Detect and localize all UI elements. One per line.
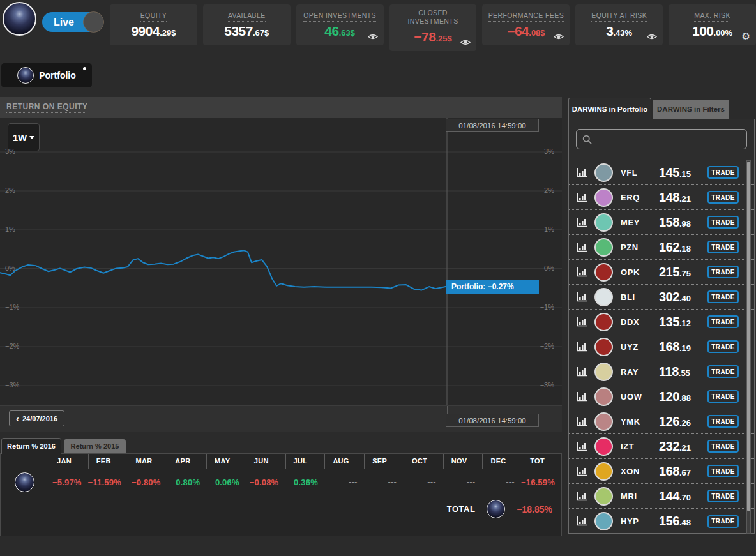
returns-table-header: JAN FEB MAR APR MAY JUN JUL AUG SEP OCT …: [1, 454, 561, 469]
darwin-ticker[interactable]: YMK: [621, 417, 659, 426]
list-scrollbar[interactable]: [746, 160, 751, 534]
darwin-ticker[interactable]: UYZ: [621, 342, 659, 352]
trade-button[interactable]: TRADE: [707, 490, 739, 502]
trade-button[interactable]: TRADE: [707, 166, 739, 179]
darwin-avatar[interactable]: [594, 163, 613, 182]
darwin-ticker[interactable]: PZN: [621, 243, 659, 252]
darwin-avatar[interactable]: [594, 263, 613, 282]
darwin-avatar[interactable]: [594, 238, 613, 257]
trade-button[interactable]: TRADE: [707, 290, 739, 303]
bar-chart-icon[interactable]: [577, 392, 587, 402]
trade-button[interactable]: TRADE: [707, 465, 739, 477]
tab-darwins-in-portfolio[interactable]: DARWINS in Portfolio: [568, 98, 651, 119]
bar-chart-icon[interactable]: [577, 342, 587, 352]
trade-button[interactable]: TRADE: [707, 241, 739, 253]
tab-return-2015[interactable]: Return % 2015: [64, 439, 126, 453]
tab-darwins-in-filters[interactable]: DARWINS in Filters: [653, 100, 729, 119]
bar-chart-icon[interactable]: [577, 193, 587, 202]
bar-chart-icon[interactable]: [577, 467, 587, 476]
darwin-avatar[interactable]: [594, 188, 613, 207]
trade-button[interactable]: TRADE: [707, 191, 739, 204]
darwin-avatar[interactable]: [594, 437, 613, 456]
darwin-ticker[interactable]: OPK: [621, 267, 659, 277]
trade-button[interactable]: TRADE: [707, 266, 739, 278]
gear-icon[interactable]: ⚙: [742, 31, 750, 41]
month-column-header: MAY: [206, 454, 246, 469]
bar-chart-icon[interactable]: [577, 243, 587, 252]
darwin-avatar[interactable]: [594, 512, 613, 530]
darwin-avatar[interactable]: [594, 412, 613, 431]
toggle-knob-icon: [83, 11, 104, 33]
bar-chart-icon[interactable]: [577, 168, 587, 177]
chart-bottom-strip: ‹ 24/07/2016 01/08/2016 14:59:00: [0, 405, 562, 432]
darwin-ticker[interactable]: XON: [621, 467, 659, 476]
darwin-avatar[interactable]: [594, 462, 613, 481]
bar-chart-icon[interactable]: [577, 516, 587, 526]
darwin-ticker[interactable]: ERQ: [621, 193, 659, 202]
trade-button[interactable]: TRADE: [707, 340, 739, 353]
darwin-ticker[interactable]: BLI: [621, 292, 659, 302]
previous-period-button[interactable]: ‹ 24/07/2016: [9, 410, 64, 426]
darwin-ticker[interactable]: RAY: [621, 367, 659, 377]
bar-chart-icon[interactable]: [577, 367, 587, 377]
darwin-avatar[interactable]: [594, 288, 613, 306]
equity-chart[interactable]: 1W 01/08/2016 14:59:00 Portfolio: −0.27%…: [0, 118, 562, 405]
darwin-avatar[interactable]: [594, 387, 613, 406]
bar-chart-icon[interactable]: [577, 292, 587, 302]
live-toggle[interactable]: Live: [42, 12, 103, 32]
darwin-ticker[interactable]: VFL: [621, 168, 659, 177]
eye-icon[interactable]: [647, 33, 657, 41]
total-avatar[interactable]: [487, 500, 505, 518]
darwin-row: UOW 120.88 TRADE: [569, 384, 754, 409]
tab-portfolio[interactable]: Portfolio: [1, 63, 92, 87]
darwin-row: XON 168.67 TRADE: [569, 459, 754, 484]
bar-chart-icon[interactable]: [577, 218, 587, 227]
user-avatar[interactable]: [3, 2, 36, 36]
darwin-row: VFL 145.15 TRADE: [569, 160, 754, 185]
empty-header-cell: [1, 454, 49, 469]
trade-button[interactable]: TRADE: [707, 440, 739, 453]
darwin-ticker[interactable]: DDX: [621, 317, 659, 327]
search-input[interactable]: [596, 130, 746, 149]
darwin-row: OPK 215.75 TRADE: [569, 260, 754, 285]
chevron-down-icon: [29, 136, 34, 139]
bar-chart-icon[interactable]: [577, 317, 587, 327]
trade-button[interactable]: TRADE: [707, 365, 739, 378]
eye-icon[interactable]: [554, 33, 564, 41]
month-column-header: JUN: [246, 454, 285, 469]
total-label: TOTAL: [447, 504, 476, 514]
axis-tick-label: 0%: [5, 264, 15, 272]
row-avatar-cell: [1, 472, 49, 492]
trade-button[interactable]: TRADE: [707, 390, 739, 403]
darwin-ticker[interactable]: MRI: [621, 492, 659, 501]
bar-chart-icon[interactable]: [577, 267, 587, 277]
darwin-ticker[interactable]: HYP: [621, 516, 659, 526]
eye-icon[interactable]: [460, 38, 471, 47]
portfolio-avatar: [17, 67, 34, 84]
tab-return-2016[interactable]: Return % 2016: [1, 438, 61, 454]
stat-value: 100.00%: [672, 24, 752, 40]
darwin-avatar[interactable]: [594, 363, 613, 381]
darwin-avatar[interactable]: [594, 487, 613, 506]
trade-button[interactable]: TRADE: [707, 216, 739, 229]
month-column-header: DEC: [482, 454, 522, 469]
month-column-header: TOT: [522, 454, 561, 469]
search-box[interactable]: [576, 129, 747, 149]
darwin-ticker[interactable]: MEY: [621, 218, 659, 227]
darwin-ticker[interactable]: IZT: [621, 442, 659, 451]
trade-button[interactable]: TRADE: [707, 415, 739, 428]
monthly-return-value: 0.80%: [167, 477, 207, 487]
bar-chart-icon[interactable]: [577, 417, 587, 426]
bar-chart-icon[interactable]: [577, 492, 587, 501]
eye-icon[interactable]: [368, 33, 378, 41]
darwin-avatar[interactable]: [594, 213, 613, 232]
darwin-avatar[interactable]: [594, 313, 613, 331]
darwin-ticker[interactable]: UOW: [621, 392, 659, 402]
axis-tick-label: 1%: [5, 225, 15, 233]
darwin-avatar[interactable]: [594, 338, 613, 356]
scrollbar-thumb[interactable]: [747, 162, 750, 511]
portfolio-row-avatar[interactable]: [15, 472, 34, 492]
trade-button[interactable]: TRADE: [707, 315, 739, 328]
bar-chart-icon[interactable]: [577, 442, 587, 451]
trade-button[interactable]: TRADE: [707, 515, 739, 528]
